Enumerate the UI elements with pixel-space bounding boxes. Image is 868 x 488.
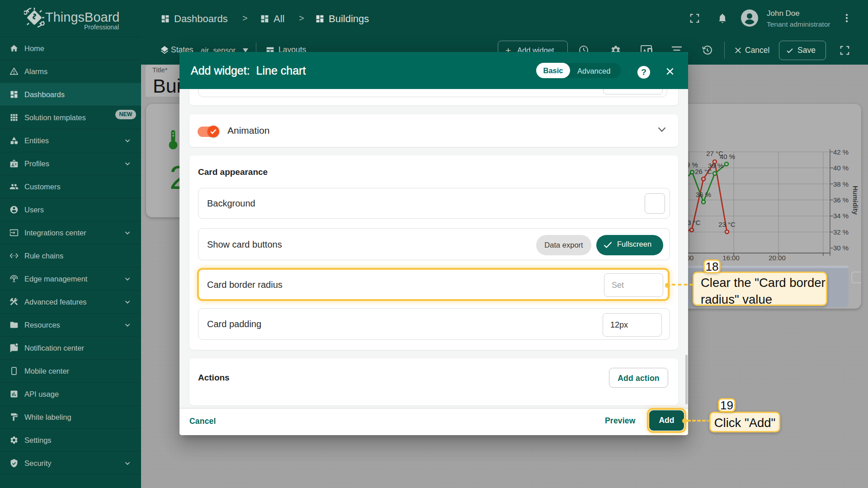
svg-text:34 %: 34 % [833, 212, 849, 220]
svg-text:Humidity: Humidity [852, 186, 859, 215]
svg-text:30 %: 30 % [833, 244, 849, 252]
svg-text:23 °C: 23 °C [718, 221, 736, 228]
svg-text:38 %: 38 % [833, 180, 849, 188]
svg-text:40 %: 40 % [720, 153, 735, 160]
svg-text:36 %: 36 % [696, 191, 711, 198]
svg-text:26 °C: 26 °C [695, 168, 712, 175]
svg-text:32 %: 32 % [833, 228, 849, 236]
svg-text:36 %: 36 % [833, 196, 849, 204]
svg-text:42 %: 42 % [833, 148, 849, 156]
svg-text:16:00: 16:00 [722, 254, 740, 262]
svg-text:40 %: 40 % [833, 164, 849, 172]
svg-text:3 °C: 3 °C [687, 219, 701, 226]
svg-text:20:00: 20:00 [769, 254, 786, 262]
